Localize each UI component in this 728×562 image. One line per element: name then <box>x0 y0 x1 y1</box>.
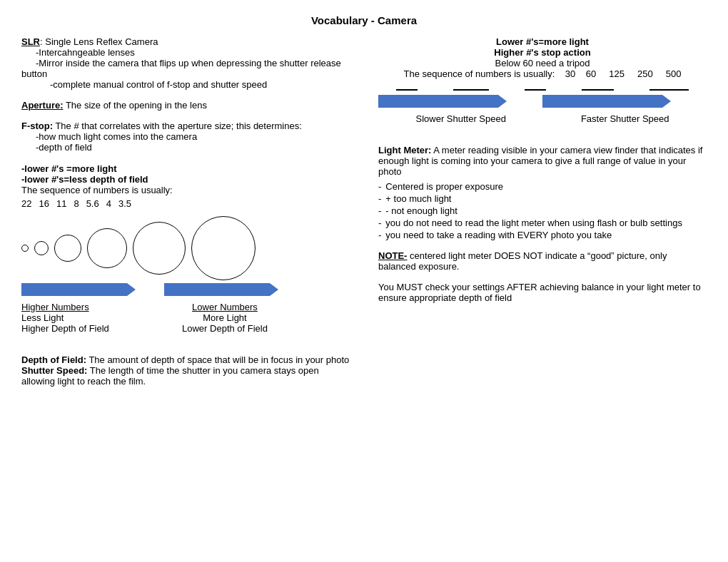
fstop-lower-light: -lower #'s =more light <box>21 163 117 174</box>
bullet-row-3: - - not enough light <box>378 205 707 216</box>
depth-def: The amount of depth of space that will b… <box>86 354 349 365</box>
bullet-text-5: you need to take a reading with EVERY ph… <box>385 230 612 240</box>
fstop-num-3: 8 <box>74 198 79 209</box>
shutter-speed-section: Lower #'s=more light Higher #'s stop act… <box>378 36 707 124</box>
sequence-label: The sequence of numbers is usually: <box>404 68 555 79</box>
note-label: NOTE- <box>378 250 407 261</box>
higher-stop: Higher #'s stop action <box>494 47 590 58</box>
shutter-arrow-right <box>542 95 671 108</box>
shutter-label: Shutter Speed: <box>21 365 87 376</box>
higher-numbers-group: Higher Numbers Less Light Higher Depth o… <box>21 302 157 334</box>
fstop-num-6: 3.5 <box>118 198 131 209</box>
circle-4 <box>87 228 127 268</box>
light-meter-label: Light Meter: <box>378 145 431 155</box>
bullet-row-5: - you need to take a reading with EVERY … <box>378 230 707 240</box>
aperture-def: The size of the opening in the lens <box>64 100 207 111</box>
depth-label: Depth of Field: <box>21 354 86 365</box>
fstop-num-0: 22 <box>21 198 31 209</box>
more-light-label: More Light <box>203 312 246 323</box>
shutter-line-1 <box>396 89 418 91</box>
lower-numbers-label: Lower Numbers <box>192 302 258 312</box>
right-column: Lower #'s=more light Higher #'s stop act… <box>371 36 707 397</box>
left-column: SLR: Single Lens Reflex Camera -Intercah… <box>21 36 357 397</box>
fstop-def: The # that correlates with the aperture … <box>53 121 302 131</box>
fstop-bullet-2: -depth of field <box>36 142 92 153</box>
aperture-labels-row: Higher Numbers Less Light Higher Depth o… <box>21 302 350 334</box>
slr-def: : Single Lens Reflex Camera <box>40 36 158 47</box>
shutter-arrow-row <box>378 95 707 108</box>
aperture-section: Aperture: The size of the opening in the… <box>21 100 350 111</box>
bullet-dash-1: - <box>378 181 381 192</box>
circle-1 <box>21 245 29 252</box>
fstop-num-5: 4 <box>106 198 111 209</box>
shutter-line-3 <box>525 89 546 91</box>
less-light-label: Less Light <box>21 312 64 323</box>
note-section: NOTE- centered light meter DOES NOT indi… <box>378 250 707 272</box>
bullet-dash-3: - <box>378 205 381 216</box>
aperture-arrow-right <box>164 283 278 296</box>
bullet-text-4: you do not need to read the light meter … <box>385 218 682 228</box>
aperture-arrow-row <box>21 283 350 296</box>
shutter-line-2 <box>453 89 489 91</box>
lower-depth-label: Lower Depth of Field <box>182 323 268 334</box>
seq-1: 60 <box>586 68 596 79</box>
note-text: centered light meter DOES NOT indicate a… <box>378 250 667 272</box>
aperture-label: Aperture: <box>21 100 64 111</box>
circle-6 <box>191 216 256 280</box>
seq-2: 125 <box>609 68 625 79</box>
lower-more-light: Lower #'s=more light <box>496 36 589 47</box>
fstop-num-4: 5.6 <box>86 198 99 209</box>
circle-5 <box>133 222 186 275</box>
lower-numbers-group: Lower Numbers More Light Lower Depth of … <box>157 302 293 334</box>
bullet-text-3: - not enough light <box>385 205 457 216</box>
bullet-dash-2: - <box>378 193 381 204</box>
fstop-num-2: 11 <box>56 198 66 209</box>
slr-label: SLR <box>21 36 40 47</box>
seq-0: 30 <box>565 68 575 79</box>
bullet-dash-4: - <box>378 218 381 228</box>
light-meter-section: Light Meter: A meter reading visible in … <box>378 145 707 240</box>
aperture-circles <box>21 216 350 280</box>
circle-3 <box>54 235 81 262</box>
seq-3: 250 <box>637 68 653 79</box>
bullet-text-2: + too much light <box>385 193 451 204</box>
must-section: You MUST check your settings AFTER achie… <box>378 282 707 303</box>
shutter-line-5 <box>649 89 689 91</box>
faster-shutter-label: Faster Shutter Speed <box>581 113 669 124</box>
slr-bullet-2: -Mirror inside the camera that flips up … <box>21 58 341 79</box>
fstop-section: F-stop: The # that correlates with the a… <box>21 121 350 334</box>
light-meter-bullets: - Centered is proper exposure - + too mu… <box>378 181 707 240</box>
fstop-bullet-1: -how much light comes into the camera <box>36 131 197 142</box>
seq-4: 500 <box>666 68 682 79</box>
fstop-lower-depth: -lower #'s=less depth of field <box>21 174 148 185</box>
shutter-lines-row <box>378 89 707 91</box>
must-text: You MUST check your settings AFTER achie… <box>378 282 701 303</box>
shutter-line-4 <box>582 89 614 91</box>
slower-shutter-label: Slower Shutter Speed <box>415 113 505 124</box>
slr-bullet-1: -Intercahngeable lenses <box>36 47 135 58</box>
shutter-header: Lower #'s=more light Higher #'s stop act… <box>378 36 707 79</box>
fstop-num-1: 16 <box>39 198 49 209</box>
bullet-row-4: - you do not need to read the light mete… <box>378 218 707 228</box>
depth-shutter-section: Depth of Field: The amount of depth of s… <box>21 344 350 387</box>
fstop-numbers-row: 22 16 11 8 5.6 4 3.5 <box>21 198 350 209</box>
slr-bullet-3: -complete manual control of f-stop and s… <box>50 79 267 90</box>
bullet-dash-5: - <box>378 230 381 240</box>
bullet-row-2: - + too much light <box>378 193 707 204</box>
page-title: Vocabulary - Camera <box>21 14 707 26</box>
bullet-text-1: Centered is proper exposure <box>385 181 503 192</box>
fstop-sequence-label: The sequence of numbers is usually: <box>21 185 173 195</box>
higher-depth-label: Higher Depth of Field <box>21 323 109 334</box>
aperture-arrow-left <box>21 283 136 296</box>
bullet-row-1: - Centered is proper exposure <box>378 181 707 192</box>
shutter-labels-row: Slower Shutter Speed Faster Shutter Spee… <box>378 113 707 124</box>
higher-numbers-label: Higher Numbers <box>21 302 89 312</box>
fstop-label: F-stop: <box>21 121 53 131</box>
tripod-note: Below 60 need a tripod <box>495 58 590 68</box>
shutter-arrow-left <box>378 95 507 108</box>
circle-2 <box>34 241 49 255</box>
slr-section: SLR: Single Lens Reflex Camera -Intercah… <box>21 36 350 90</box>
